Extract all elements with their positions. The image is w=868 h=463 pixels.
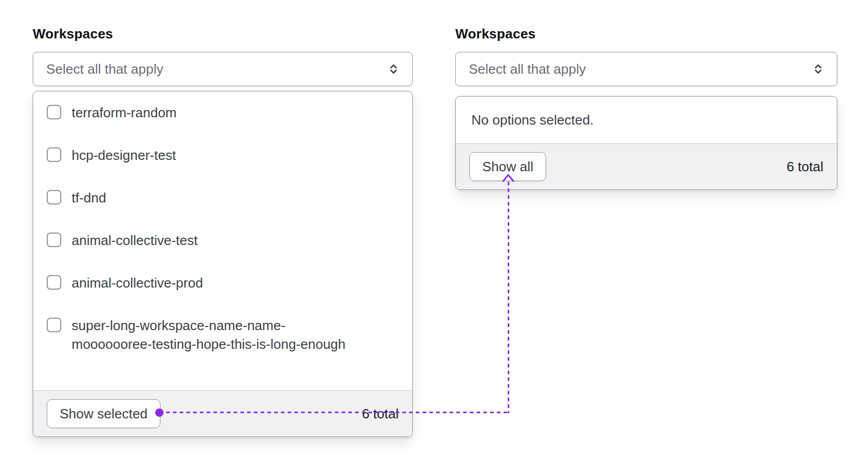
option-animal-collective-prod[interactable]: animal-collective-prod [33, 262, 412, 304]
workspaces-label: Workspaces [33, 26, 413, 42]
options-listbox: terraform-random hcp-designer-test tf-dn… [33, 91, 413, 437]
option-terraform-random[interactable]: terraform-random [33, 91, 412, 134]
checkbox[interactable] [47, 147, 61, 162]
annotation-connector-vertical [508, 182, 509, 413]
annotation-arrowhead-icon [501, 173, 515, 183]
workspaces-multiselect-empty: Workspaces Select all that apply No opti… [455, 26, 837, 190]
empty-state-message: No options selected. [456, 97, 837, 143]
select-placeholder: Select all that apply [469, 61, 586, 77]
total-count: 6 total [786, 159, 823, 175]
checkbox[interactable] [47, 233, 61, 247]
annotation-connector-horizontal [159, 412, 509, 413]
options-list: terraform-random hcp-designer-test tf-dn… [33, 91, 412, 390]
workspaces-label: Workspaces [455, 26, 837, 42]
option-super-long-workspace[interactable]: super-long-workspace-name-name- moooooor… [33, 304, 412, 365]
chevrons-up-down-icon [386, 62, 401, 76]
show-selected-button[interactable]: Show selected [47, 399, 160, 428]
checkbox[interactable] [47, 318, 61, 332]
checkbox[interactable] [47, 275, 61, 290]
total-count: 6 total [362, 406, 399, 422]
select-placeholder: Select all that apply [46, 61, 163, 77]
checkbox[interactable] [47, 190, 61, 205]
checkbox[interactable] [47, 105, 61, 119]
listbox-footer: Show selected 6 total [33, 390, 412, 437]
option-tf-dnd[interactable]: tf-dnd [33, 176, 412, 219]
option-hcp-designer-test[interactable]: hcp-designer-test [33, 134, 412, 176]
workspaces-select-trigger[interactable]: Select all that apply [455, 52, 837, 86]
chevrons-up-down-icon [811, 62, 825, 76]
workspaces-multiselect-open: Workspaces Select all that apply terrafo… [33, 26, 413, 437]
workspaces-select-trigger[interactable]: Select all that apply [33, 52, 413, 86]
option-animal-collective-test[interactable]: animal-collective-test [33, 219, 412, 262]
